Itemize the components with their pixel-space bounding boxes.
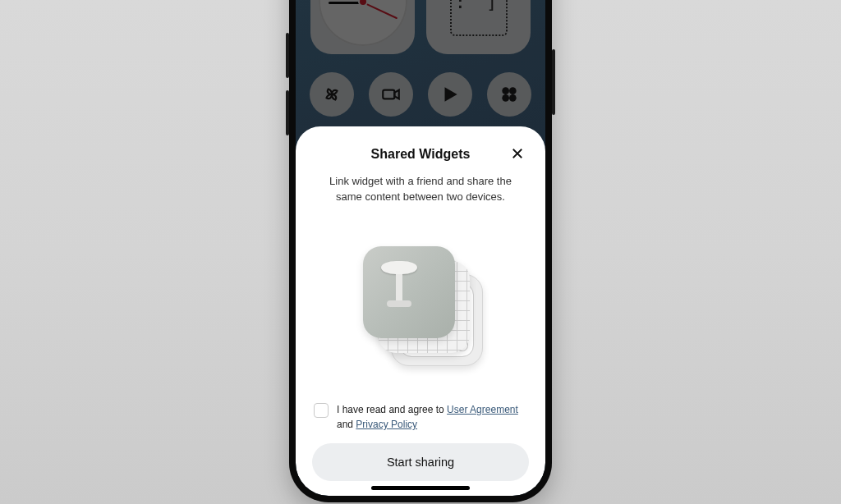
user-agreement-link[interactable]: User Agreement <box>447 404 518 415</box>
agreement-checkbox[interactable] <box>314 403 329 418</box>
agreement-and: and <box>337 419 356 430</box>
close-icon <box>510 146 525 163</box>
sheet-description: Link widget with a friend and share the … <box>312 174 529 205</box>
sheet-title: Shared Widgets <box>371 147 471 162</box>
shared-widgets-sheet: Shared Widgets Link widget with a friend… <box>296 126 545 496</box>
agreement-text: I have read and agree to User Agreement … <box>337 402 527 432</box>
sheet-header: Shared Widgets <box>312 143 529 166</box>
start-sharing-button[interactable]: Start sharing <box>312 443 529 481</box>
widget-stack-illustration <box>312 210 529 397</box>
lamp-icon <box>381 261 417 307</box>
home-indicator[interactable] <box>371 486 470 490</box>
agreement-row: I have read and agree to User Agreement … <box>314 402 527 432</box>
phone-screen: : ] Shared <box>296 0 545 496</box>
privacy-policy-link[interactable]: Privacy Policy <box>356 419 417 430</box>
close-button[interactable] <box>508 144 527 164</box>
illustration-card-photo <box>363 246 455 338</box>
phone-frame: : ] Shared <box>289 0 552 502</box>
agreement-prefix: I have read and agree to <box>337 404 447 415</box>
